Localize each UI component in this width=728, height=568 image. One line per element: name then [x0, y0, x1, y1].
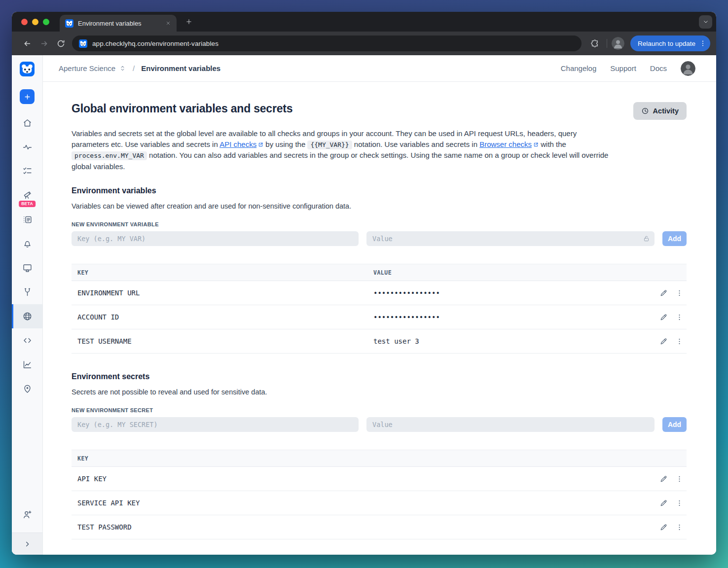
zoom-button[interactable] [43, 19, 49, 25]
forward-icon[interactable] [36, 35, 52, 52]
variables-table-header: KEY VALUE [72, 264, 687, 281]
kebab-menu-icon [675, 475, 684, 483]
add-secret-button[interactable]: Add [662, 417, 687, 432]
edit-button[interactable] [657, 521, 670, 533]
sidebar-item-alerts[interactable] [12, 232, 42, 256]
address-bar[interactable]: app.checklyhq.com/environment-variables [72, 36, 582, 51]
row-menu-button[interactable] [673, 521, 686, 533]
browser-checks-link[interactable]: Browser checks [479, 140, 532, 148]
row-menu-button[interactable] [673, 311, 686, 323]
variable-key: ACCOUNT_ID [72, 313, 367, 321]
close-button[interactable] [21, 19, 28, 25]
support-link[interactable]: Support [610, 64, 636, 72]
secret-key-input[interactable] [72, 417, 359, 432]
app-content-column: Aperture Science / Environment variables… [43, 55, 716, 555]
minimize-button[interactable] [32, 19, 38, 25]
breadcrumb-separator: / [133, 64, 135, 72]
wrench-icon [22, 287, 33, 297]
sidebar-item-explore-beta[interactable]: BETA [12, 183, 42, 208]
relaunch-to-update-button[interactable]: Relaunch to update [630, 36, 710, 51]
pencil-icon [659, 313, 668, 321]
secrets-table: KEY API_KEY [72, 450, 687, 539]
edit-button[interactable] [657, 472, 670, 485]
checkly-favicon-icon [79, 39, 87, 48]
row-menu-button[interactable] [673, 335, 686, 348]
sidebar-item-analytics[interactable] [12, 353, 42, 377]
secret-key: TEST_PASSWORD [72, 523, 647, 531]
row-menu-button[interactable] [673, 497, 686, 509]
new-tab-button[interactable] [182, 15, 195, 28]
sidebar-item-snippets[interactable] [12, 328, 42, 353]
edit-button[interactable] [657, 335, 670, 348]
variable-value: •••••••••••••••• [367, 289, 647, 297]
variable-value: test_user_3 [367, 337, 647, 345]
sidebar: BETA [12, 55, 43, 555]
tab-search-chevron-icon[interactable] [699, 15, 712, 29]
variable-key: ENVIRONMENT_URL [72, 289, 367, 297]
tab-title: Environment variables [78, 20, 159, 27]
sidebar-item-maintenance[interactable] [12, 280, 42, 304]
sidebar-item-dashboards[interactable] [12, 256, 42, 280]
header-nav: Changelog Support Docs [561, 61, 695, 76]
main-content: Global environment variables and secrets… [43, 82, 716, 555]
checkly-favicon-icon [65, 19, 73, 28]
unfold-chevrons-icon [119, 65, 126, 72]
account-switcher[interactable]: Aperture Science [59, 64, 126, 72]
account-name: Aperture Science [59, 64, 115, 72]
relaunch-label: Relaunch to update [638, 40, 695, 47]
sidebar-item-monitors[interactable] [12, 135, 42, 159]
edit-button[interactable] [657, 311, 670, 323]
breadcrumb-current: Environment variables [141, 64, 220, 72]
secret-row: SERVICE_API_KEY [72, 491, 687, 515]
telescope-icon [22, 190, 33, 201]
user-plus-icon [22, 509, 33, 520]
variable-value: •••••••••••••••• [367, 313, 647, 321]
sidebar-item-test-sessions[interactable] [12, 208, 42, 232]
secret-key: SERVICE_API_KEY [72, 499, 647, 507]
history-clock-icon [641, 107, 649, 115]
plus-icon [24, 93, 31, 101]
sidebar-item-checks[interactable] [12, 159, 42, 183]
secret-row: TEST_PASSWORD [72, 515, 687, 539]
activity-button[interactable]: Activity [633, 102, 687, 120]
api-checks-link[interactable]: API checks [219, 140, 256, 148]
list-details-icon [22, 214, 33, 225]
reload-icon[interactable] [52, 35, 69, 52]
browser-tab[interactable]: Environment variables [60, 15, 177, 32]
tab-close-icon[interactable] [164, 19, 173, 28]
sidebar-expand-button[interactable] [12, 532, 42, 555]
add-variable-button[interactable]: Add [662, 231, 687, 246]
back-icon[interactable] [19, 35, 36, 52]
browser-menu-kebab-icon [699, 39, 707, 47]
line-chart-icon [22, 359, 33, 370]
inline-code: {{MY_VAR}} [307, 141, 352, 149]
checkly-logo[interactable] [20, 62, 35, 76]
environment-secrets-section: Environment secrets Secrets are not poss… [72, 372, 687, 539]
column-header-value: VALUE [367, 269, 647, 276]
sidebar-item-private-locations[interactable] [12, 377, 42, 401]
user-avatar[interactable] [681, 61, 695, 76]
row-menu-button[interactable] [673, 472, 686, 485]
variable-key-input[interactable] [72, 231, 359, 246]
extensions-icon[interactable] [587, 36, 602, 51]
edit-button[interactable] [657, 497, 670, 509]
browser-profile-avatar[interactable] [612, 37, 624, 50]
invite-user-button[interactable] [12, 502, 42, 527]
variable-value-input[interactable] [366, 231, 655, 246]
edit-button[interactable] [657, 286, 670, 299]
changelog-link[interactable]: Changelog [561, 64, 597, 72]
sidebar-item-environment-variables[interactable] [12, 304, 42, 328]
variable-row: ENVIRONMENT_URL •••••••••••••••• [72, 281, 687, 305]
inline-code: process.env.MY_VAR [72, 151, 147, 160]
tab-strip: Environment variables [12, 12, 716, 32]
row-menu-button[interactable] [673, 286, 686, 299]
secret-value-input[interactable] [366, 417, 655, 432]
sidebar-nav: BETA [12, 111, 42, 401]
browser-toolbar: app.checklyhq.com/environment-variables … [12, 32, 716, 55]
sidebar-item-home[interactable] [12, 111, 42, 135]
window-controls [12, 12, 49, 32]
activity-pulse-icon [22, 142, 33, 152]
create-new-button[interactable] [20, 89, 35, 104]
url-text: app.checklyhq.com/environment-variables [92, 40, 218, 47]
docs-link[interactable]: Docs [650, 64, 667, 72]
